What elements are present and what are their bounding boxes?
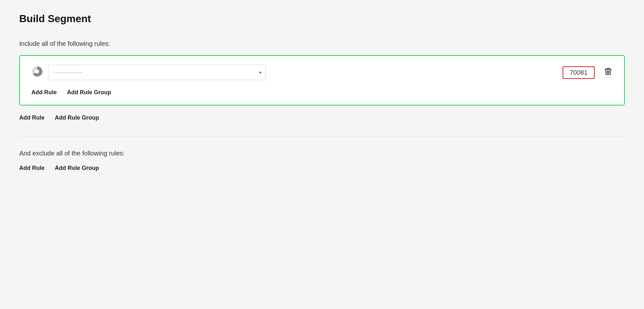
rule-dropdown[interactable]: ••••••••••••: [48, 65, 266, 80]
exclude-section-label: And exclude all of the following rules:: [19, 150, 625, 157]
exclude-add-rule-button[interactable]: Add Rule: [19, 165, 45, 171]
page-title: Build Segment: [19, 13, 625, 25]
svg-point-1: [35, 70, 39, 73]
outer-add-rule-button[interactable]: Add Rule: [19, 114, 45, 121]
trash-icon[interactable]: [604, 67, 613, 78]
rule-dropdown-wrapper[interactable]: •••••••••••• ▾: [48, 65, 266, 80]
inner-action-links: Add Rule Add Rule Group: [31, 89, 613, 96]
section-divider: [19, 137, 625, 137]
include-section-label: Include all of the following rules:: [19, 40, 625, 47]
exclude-add-rule-group-button[interactable]: Add Rule Group: [55, 165, 99, 171]
inner-add-rule-button[interactable]: Add Rule: [31, 89, 57, 96]
rule-group-box: •••••••••••• ▾ 70081 Add Rule Add Rule G…: [19, 55, 625, 105]
count-badge: 70081: [563, 66, 595, 79]
exclude-actions: Add Rule Add Rule Group: [19, 165, 625, 171]
rule-row: •••••••••••• ▾ 70081: [31, 65, 613, 80]
inner-add-rule-group-button[interactable]: Add Rule Group: [67, 89, 111, 96]
outer-add-rule-group-button[interactable]: Add Rule Group: [55, 114, 99, 121]
outer-include-actions: Add Rule Add Rule Group: [19, 114, 625, 121]
pie-chart-icon: [31, 66, 43, 79]
